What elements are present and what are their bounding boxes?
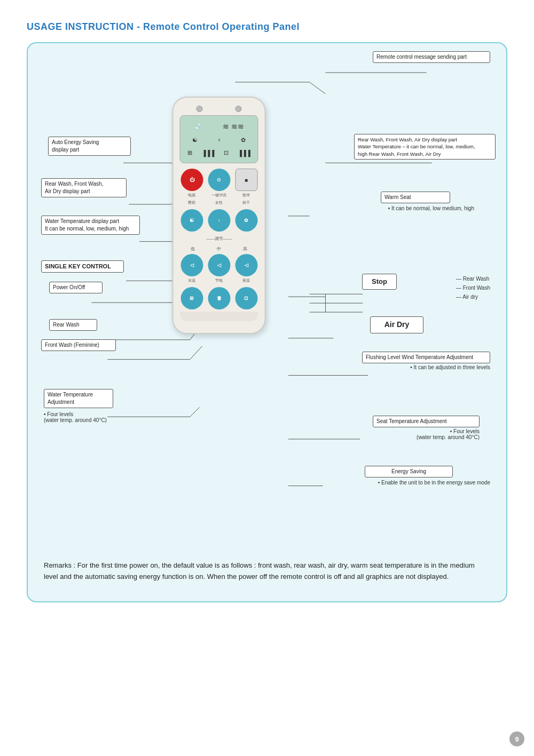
button-row-4: ⊞ 🗑 ⊡ [180, 287, 258, 309]
air-dry-button[interactable]: ✿ [235, 209, 257, 232]
remote-display: 🚽 ≋ ≋≋ ☯ ♀ ✿ ⊞ ▐▐▐ ⊡ ▐▐▐ [180, 115, 258, 163]
dry-label: 烘干 [235, 200, 257, 205]
level-high-button[interactable]: ◁ [235, 254, 257, 276]
svg-line-15 [190, 346, 202, 360]
water-temp-adj-text: Water TemperatureAdjustment [48, 392, 93, 405]
stop-button[interactable]: ■ [235, 169, 257, 191]
flushing-level-text: Flushing Level Wind Temperature Adjustme… [366, 354, 473, 360]
main-diagram-box: 🚽 ≋ ≋≋ ☯ ♀ ✿ ⊞ ▐▐▐ ⊡ ▐▐▐ [27, 42, 507, 602]
air-dry-annotation: Air Dry [370, 316, 423, 333]
single-wash-button[interactable]: ⊙ [208, 169, 230, 191]
feminine-label: 女性 [208, 200, 230, 205]
water-temp-label: 水温 [180, 278, 203, 283]
rear-front-airdry-right-text: Rear Wash, Front Wash, Air Dry display p… [358, 137, 475, 157]
level-mid-button[interactable]: ◁ [208, 254, 230, 276]
remote-top-screws [180, 106, 258, 112]
stop-annotation: Stop [362, 274, 397, 290]
energy-saving-annotation: Energy Saving [365, 466, 453, 478]
rear-front-airdry-right-annotation: Rear Wash, Front Wash, Air Dry display p… [354, 134, 496, 160]
front-wash-right-label: — Front Wash [456, 285, 490, 291]
water-temp-adj-annotation: Water TemperatureAdjustment [44, 389, 113, 408]
fan-icon: ✿ [241, 137, 246, 144]
air-dry-right-label: — Air dry [456, 294, 490, 300]
power-button[interactable]: ⏻ [180, 169, 203, 191]
energy-saving-sub: • Enable the unit to be in the energy sa… [351, 480, 490, 486]
water-temp-button[interactable]: ⊞ [180, 287, 203, 309]
flushing-level-annotation: Flushing Level Wind Temperature Adjustme… [362, 352, 490, 363]
front-wash-text: Front Wash (Feminine) [45, 342, 99, 348]
water-temp-adj-sub: • Four levels(water temp. around 40°C) [44, 411, 107, 423]
button-row-4-labels: 水温 节电 座温 [180, 278, 258, 283]
bar-icons-2: ▐▐▐ [238, 150, 250, 156]
stop-label: 暂停 [235, 193, 257, 198]
page-number: 9 [509, 731, 524, 746]
warm-seat-sub: • It can be normal, low medium, high [351, 205, 474, 211]
bar-icons: ▐▐▐ [202, 150, 214, 156]
display-row-3: ⊞ ▐▐▐ ⊡ ▐▐▐ [183, 149, 255, 156]
single-key-annotation: SINGLE KEY CONTROL [41, 260, 124, 273]
rear-wash-text: Rear Wash [53, 322, 80, 328]
energy-saving-text: Energy Saving [391, 468, 426, 474]
water-temp-display-text: Water Temperature display partIt can be … [45, 218, 129, 232]
display-row-2: ☯ ♀ ✿ [183, 137, 255, 144]
svg-line-17 [190, 407, 200, 417]
button-row-2: ☯ ♀ ✿ [180, 209, 258, 232]
seat-temp-button[interactable]: ⊡ [235, 287, 257, 309]
temp-icon: ⊞ [187, 149, 192, 156]
remote-control: 🚽 ≋ ≋≋ ☯ ♀ ✿ ⊞ ▐▐▐ ⊡ ▐▐▐ [172, 97, 266, 334]
button-row-1: ⏻ ⊙ ■ [180, 169, 258, 191]
rear-front-airdry-display-text: Rear Wash, Front Wash,Air Dry display pa… [45, 181, 103, 194]
front-wash-annotation: Front Wash (Feminine) [41, 339, 116, 351]
mid-label: 中 [217, 246, 221, 252]
remote-msg-annotation: Remote control message sending part [373, 51, 490, 63]
front-wash-button[interactable]: ♀ [208, 209, 230, 232]
page: USAGE INSTRUCTION - Remote Control Opera… [0, 0, 534, 756]
person-icon: ♀ [217, 137, 221, 143]
air-dry-text: Air Dry [384, 320, 410, 329]
remote-holder [180, 312, 258, 321]
water-drop-icon: ☯ [192, 137, 198, 144]
title-blue-part: USAGE INSTRUCTION [27, 21, 134, 32]
energy-save-button[interactable]: 🗑 [208, 287, 230, 309]
water-temp-display-annotation: Water Temperature display partIt can be … [41, 216, 140, 235]
wave-icons: ≋ ≋≋ [223, 122, 244, 131]
display-row-1: 🚽 ≋ ≋≋ [183, 122, 255, 131]
single-key-text: SINGLE KEY CONTROL [45, 263, 111, 269]
rear-wash-button[interactable]: ☯ [180, 209, 203, 232]
right-labels-group: — Rear Wash — Front Wash — Air dry [456, 276, 490, 300]
level-divider: ——调节—— [180, 236, 258, 242]
single-wash-label: 一键冲洗 [208, 193, 230, 198]
rear-wash-right-label: — Rear Wash [456, 276, 490, 282]
remarks-text: Remarks : For the first time power on, t… [44, 561, 475, 580]
seat-temp-adj-sub: • Four levels(water temp. around 40°C) [373, 428, 480, 440]
button-row-3: ◁ ◁ ◁ [180, 254, 258, 276]
low-label: 低 [191, 246, 195, 252]
level-low-button[interactable]: ◁ [180, 254, 203, 276]
rear-front-airdry-display-annotation: Rear Wash, Front Wash,Air Dry display pa… [41, 178, 127, 197]
auto-energy-saving-annotation: Auto Energy Savingdisplay part [48, 137, 131, 156]
title-rest-part: - Remote Control Operating Panel [134, 21, 300, 32]
remote-msg-text: Remote control message sending part [376, 54, 467, 60]
warm-seat-text: Warm Seat [384, 194, 411, 200]
seat-temp-adj-text: Seat Temperature Adjustment [376, 418, 447, 424]
level-labels: 低 中 高 [180, 246, 258, 252]
stop-text: Stop [372, 277, 387, 285]
power-annotation: Power On/Off [49, 282, 103, 293]
screw-right [235, 106, 242, 112]
remarks: Remarks : For the first time power on, t… [44, 560, 490, 583]
flushing-level-sub: • It can be adjusted in three levels [362, 364, 490, 370]
power-label: 电源 [180, 193, 203, 198]
energy-save-label: 节电 [208, 278, 230, 283]
screw-left [196, 106, 202, 112]
high-label: 高 [243, 246, 247, 252]
rear-wash-annotation: Rear Wash [49, 319, 97, 331]
page-number-text: 9 [515, 735, 519, 743]
shield-icon: ⊡ [224, 149, 229, 156]
toilet-icon: 🚽 [194, 123, 201, 130]
remote-buttons: ⏻ ⊙ ■ 电源 一键冲洗 暂停 臀部 女性 烘干 ☯ ♀ [180, 169, 258, 309]
warm-seat-annotation: Warm Seat [381, 192, 450, 203]
hip-label: 臀部 [180, 200, 203, 205]
svg-line-1 [310, 82, 326, 94]
power-text: Power On/Off [53, 284, 85, 290]
seat-temp-adj-annotation: Seat Temperature Adjustment [373, 416, 480, 427]
